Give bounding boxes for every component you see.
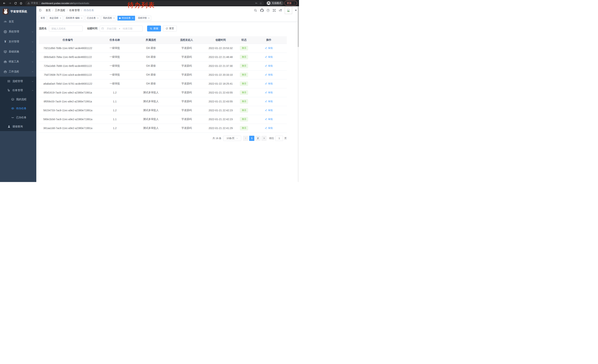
page-button-2[interactable]: 2 bbox=[255, 136, 260, 141]
tab-process-detail[interactable]: 流程详情× bbox=[136, 16, 151, 21]
approve-link[interactable]: 审批 bbox=[265, 91, 273, 94]
eye-icon bbox=[11, 107, 14, 110]
browser-menu-icon[interactable]: ⋮ bbox=[293, 2, 295, 4]
tab-home[interactable]: 首页 bbox=[39, 16, 47, 21]
task-name-cell: 一级审批 bbox=[97, 70, 133, 79]
approve-link[interactable]: 审批 bbox=[265, 64, 273, 68]
close-tab-icon[interactable]: × bbox=[60, 17, 61, 19]
close-tab-icon[interactable]: × bbox=[81, 17, 83, 19]
approve-link[interactable]: 审批 bbox=[265, 55, 273, 59]
close-tab-icon[interactable]: × bbox=[97, 17, 99, 19]
created-time-cell: 2022-01-21 22:43:55 bbox=[204, 97, 237, 106]
starter-cell: 芋道源码 bbox=[169, 70, 204, 79]
tab-todo-tasks[interactable]: 待办任务× bbox=[117, 16, 135, 21]
approve-link[interactable]: 审批 bbox=[265, 118, 273, 121]
forward-icon[interactable] bbox=[8, 1, 12, 6]
end-date-input[interactable] bbox=[121, 27, 134, 30]
sidebar-item-label: 工作流程 bbox=[9, 70, 30, 73]
sidebar-item-leave-query[interactable]: 请假查询 bbox=[0, 122, 36, 131]
breadcrumb-item[interactable]: 任务管理 bbox=[69, 9, 80, 12]
security-status[interactable]: 不安全 bbox=[27, 1, 38, 5]
task-id-cell: 8f0d1619-7ac8-11ec-a9e2-a2380e71991a bbox=[39, 88, 97, 97]
sidebar-item-my-process[interactable]: 我的流程 bbox=[0, 95, 36, 104]
approve-link[interactable]: 审批 bbox=[265, 100, 273, 103]
starter-cell: 芋道源码 bbox=[169, 61, 204, 70]
page-size-select[interactable]: 10条/页 bbox=[223, 136, 241, 141]
briefcase-icon bbox=[4, 70, 7, 73]
approve-link[interactable]: 审批 bbox=[265, 47, 273, 50]
search-icon[interactable] bbox=[254, 8, 257, 12]
avatar-dropdown-icon[interactable] bbox=[295, 10, 297, 11]
key-icon[interactable] bbox=[255, 2, 258, 4]
font-size-icon[interactable]: TT bbox=[279, 9, 282, 12]
goto-page-input[interactable] bbox=[275, 136, 283, 141]
chevron-right-icon bbox=[263, 137, 265, 139]
github-icon[interactable] bbox=[260, 8, 264, 12]
approve-link-label: 审批 bbox=[268, 100, 273, 103]
page-scrollbar[interactable] bbox=[298, 6, 299, 182]
browser-update-button[interactable]: 更新 ⋮ bbox=[284, 1, 297, 6]
tab-my-process[interactable]: 我的流程× bbox=[101, 16, 116, 21]
status-badge: 激活 bbox=[240, 108, 248, 113]
date-range-picker[interactable]: - bbox=[100, 25, 143, 32]
sidebar-item-label: 研发工具 bbox=[9, 60, 30, 63]
prev-page-button[interactable] bbox=[243, 136, 248, 141]
starter-cell: 芋道源码 bbox=[169, 53, 204, 61]
avatar[interactable] bbox=[285, 7, 292, 14]
search-button[interactable]: 搜索 bbox=[147, 25, 161, 32]
edit-icon bbox=[265, 47, 267, 50]
starter-cell: 芋道源码 bbox=[169, 88, 204, 97]
address-bar[interactable]: 不安全 dashboard.yudao.iocoder.cn/bpm/task/… bbox=[25, 1, 264, 6]
approve-link-label: 审批 bbox=[268, 82, 273, 85]
sidebar-item-devtools[interactable]: 研发工具 bbox=[0, 57, 36, 67]
tab-form-edit[interactable]: 流程表单-编辑× bbox=[64, 16, 84, 21]
sidebar-item-infra[interactable]: 基础设施 bbox=[0, 47, 36, 57]
search-icon bbox=[150, 27, 152, 30]
next-page-button[interactable] bbox=[261, 136, 266, 141]
chevron-up-icon bbox=[32, 89, 34, 91]
close-tab-icon[interactable]: × bbox=[113, 17, 115, 19]
sidebar-item-todo-tasks[interactable]: 待办任务 bbox=[0, 104, 36, 113]
help-icon[interactable]: ? bbox=[266, 9, 270, 12]
incognito-badge: 无痕模式 bbox=[266, 1, 284, 6]
close-tab-icon[interactable]: × bbox=[132, 17, 133, 19]
approve-link-label: 审批 bbox=[268, 126, 273, 130]
collapse-sidebar-icon[interactable] bbox=[39, 8, 43, 12]
sidebar-item-home[interactable]: 首页 bbox=[0, 17, 36, 27]
sidebar-item-process-mgmt[interactable]: 流程管理 bbox=[0, 77, 36, 86]
process-name-input[interactable] bbox=[49, 25, 83, 32]
gear-icon bbox=[4, 30, 7, 33]
status-cell: 激活 bbox=[237, 88, 251, 97]
start-date-input[interactable] bbox=[105, 27, 118, 30]
infrastructure-icon bbox=[4, 50, 7, 53]
sidebar-item-task-mgmt[interactable]: 任务管理 bbox=[0, 86, 36, 95]
close-tab-icon[interactable]: × bbox=[148, 17, 150, 19]
toolbox-icon bbox=[4, 60, 7, 63]
sidebar-item-system[interactable]: 系统管理 bbox=[0, 27, 36, 37]
tab-label: 流程表单-编辑 bbox=[66, 16, 80, 20]
approve-link[interactable]: 审批 bbox=[265, 126, 273, 130]
app-logo[interactable]: 芋道管理系统 bbox=[0, 6, 36, 17]
reload-icon[interactable] bbox=[13, 1, 18, 6]
reset-button[interactable]: 重置 bbox=[163, 25, 177, 32]
sidebar-item-payment[interactable]: ¥支付管理 bbox=[0, 37, 36, 47]
approve-link[interactable]: 审批 bbox=[265, 109, 273, 112]
page-button-1[interactable]: 1 bbox=[249, 136, 254, 141]
back-icon[interactable] bbox=[2, 1, 7, 6]
bookmark-star-icon[interactable]: ☆ bbox=[259, 2, 262, 5]
approve-link[interactable]: 审批 bbox=[265, 82, 273, 85]
fullscreen-icon[interactable] bbox=[272, 8, 276, 12]
chevron-down-icon bbox=[32, 61, 34, 63]
home-icon[interactable] bbox=[18, 1, 23, 6]
breadcrumb-item[interactable]: 工作流程 bbox=[55, 9, 65, 12]
tab-create-process[interactable]: 发起流程× bbox=[48, 16, 63, 21]
task-name-cell: 1.2 bbox=[97, 124, 133, 133]
created-time-cell: 2022-01-21 22:41:29 bbox=[204, 124, 237, 133]
sidebar-item-done-tasks[interactable]: 已办任务 bbox=[0, 113, 36, 122]
breadcrumb-item[interactable]: 首页 bbox=[46, 9, 51, 12]
column-header: 所属流程 bbox=[133, 36, 169, 44]
approve-link[interactable]: 审批 bbox=[265, 73, 273, 76]
sidebar-item-workflow[interactable]: 工作流程 bbox=[0, 67, 36, 77]
tab-done-tasks[interactable]: 已办任务× bbox=[85, 16, 100, 21]
page-buttons: 12 bbox=[243, 136, 266, 141]
